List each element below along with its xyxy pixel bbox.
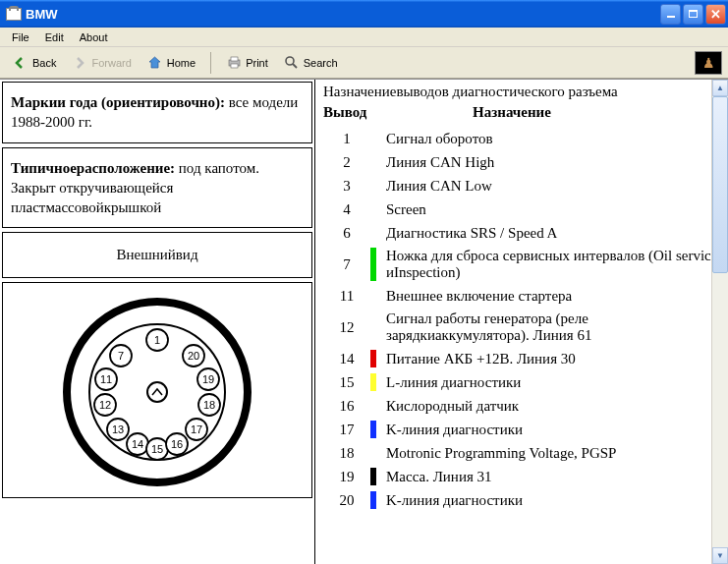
forward-label: Forward <box>91 57 131 69</box>
pinout-rows: 1Сигнал оборотов2Линия CAN High3Линия CA… <box>315 127 728 512</box>
forward-button: Forward <box>65 51 138 75</box>
titlebar: BMW ✕ <box>0 0 728 28</box>
location-box: Типичноерасположение: под капотом. Закры… <box>2 147 312 229</box>
minimize-button[interactable] <box>660 4 681 25</box>
location-label: Типичноерасположение: <box>11 160 175 176</box>
pinout-row: 14Питание АКБ +12В. Линия 30 <box>315 347 728 370</box>
svg-point-7 <box>147 382 167 402</box>
pin-description: K-линия диагностики <box>386 422 720 438</box>
pinout-header: Назначениевыводов диагностического разъе… <box>315 80 728 102</box>
pin-number: 19 <box>323 469 370 485</box>
connector-pin-label: 15 <box>151 443 163 455</box>
color-bar <box>370 310 376 344</box>
pinout-row: 20K-линия диагностики <box>315 488 728 512</box>
color-bar <box>370 397 376 415</box>
home-icon <box>147 55 163 71</box>
close-button[interactable]: ✕ <box>705 4 726 25</box>
pin-description: Линия CAN Low <box>386 178 720 195</box>
color-bar <box>370 287 376 305</box>
color-bar <box>370 421 376 438</box>
pin-number: 17 <box>323 422 370 438</box>
search-button[interactable]: Search <box>277 51 345 75</box>
pinout-row: 1Сигнал оборотов <box>315 127 728 150</box>
svg-line-4 <box>293 64 297 68</box>
app-icon <box>6 8 22 21</box>
left-pane: Маркии года (ориентировочно): все модели… <box>0 80 315 564</box>
pin-number: 1 <box>323 131 370 147</box>
pin-number: 3 <box>323 178 370 195</box>
pin-description: Питание АКБ +12В. Линия 30 <box>386 351 720 367</box>
back-button[interactable]: Back <box>6 51 63 75</box>
connector-pin-label: 1 <box>154 334 160 346</box>
printer-icon <box>226 55 242 71</box>
pin-number: 16 <box>323 398 370 415</box>
back-label: Back <box>32 57 56 69</box>
pin-description: Сигнал работы генератора (реле зарядкиак… <box>386 310 720 344</box>
menu-about[interactable]: About <box>72 29 116 45</box>
menu-file[interactable]: File <box>4 29 37 45</box>
back-arrow-icon <box>13 55 28 71</box>
pin-description: L-линия диагностики <box>386 374 720 391</box>
connector-pin-label: 7 <box>118 350 124 362</box>
connector-diagram: 1711121314151617181920 <box>2 282 312 498</box>
pin-number: 15 <box>323 374 370 391</box>
menubar: File Edit About <box>0 28 728 47</box>
pinout-row: 18Motronic Programming Voltage, PGSP <box>315 441 728 465</box>
pin-description: K-линия диагностики <box>386 492 720 509</box>
model-year-label: Маркии года (ориентировочно): <box>11 94 225 110</box>
connector-svg: 1711121314151617181920 <box>59 294 255 490</box>
color-bar <box>370 248 376 281</box>
scroll-down-icon[interactable]: ▼ <box>712 547 728 564</box>
toolbar: Back Forward Home Print Search ♟ <box>0 47 728 79</box>
color-bar <box>370 177 376 195</box>
appearance-header: Внешнийвид <box>2 232 312 278</box>
search-icon <box>284 55 300 71</box>
pinout-row: 12Сигнал работы генератора (реле зарядки… <box>315 308 728 347</box>
color-bar <box>370 224 376 242</box>
pinout-row: 2Линия CAN High <box>315 150 728 174</box>
connector-pin-label: 14 <box>132 438 143 450</box>
pin-description: Внешнее включение стартера <box>386 288 720 305</box>
color-bar <box>370 153 376 171</box>
forward-arrow-icon <box>72 55 87 71</box>
pinout-row: 16Кислородный датчик <box>315 394 728 418</box>
color-bar <box>370 200 376 218</box>
svg-rect-2 <box>231 64 238 68</box>
pin-description: Screen <box>386 201 720 218</box>
column-headers: Вывод Назначение <box>315 102 728 127</box>
pinout-row: 4Screen <box>315 197 728 221</box>
pinout-row: 19Масса. Линия 31 <box>315 465 728 488</box>
model-year-box: Маркии года (ориентировочно): все модели… <box>2 82 312 143</box>
home-button[interactable]: Home <box>140 51 202 75</box>
svg-point-3 <box>286 57 294 65</box>
svg-rect-1 <box>231 57 238 61</box>
pin-number: 11 <box>323 288 370 305</box>
scrollbar[interactable]: ▲ ▼ <box>711 80 728 564</box>
pin-number: 4 <box>323 201 370 218</box>
menu-edit[interactable]: Edit <box>37 29 72 45</box>
pin-number: 20 <box>323 492 370 509</box>
pin-number: 12 <box>323 319 370 336</box>
connector-pin-label: 11 <box>100 373 112 385</box>
maximize-button[interactable] <box>683 4 703 25</box>
pin-description: Motronic Programming Voltage, PGSP <box>386 445 720 462</box>
pin-number: 6 <box>323 225 370 242</box>
connector-pin-label: 13 <box>112 423 124 435</box>
window-controls: ✕ <box>660 4 726 25</box>
pin-number: 2 <box>323 154 370 171</box>
color-bar <box>370 444 376 462</box>
pinout-row: 7Ножка для сброса сервисных интервалов (… <box>315 245 728 284</box>
app-logo-icon: ♟ <box>695 51 722 75</box>
color-bar <box>370 373 376 391</box>
print-button[interactable]: Print <box>219 51 275 75</box>
pin-number: 7 <box>323 256 370 273</box>
pin-description: Кислородный датчик <box>386 398 720 415</box>
appearance-label: Внешнийвид <box>116 247 197 262</box>
scroll-up-icon[interactable]: ▲ <box>712 80 728 96</box>
home-label: Home <box>167 57 196 69</box>
scroll-thumb[interactable] <box>712 96 728 273</box>
col-pin: Вывод <box>323 104 382 121</box>
color-bar <box>370 468 376 485</box>
pin-description: Ножка для сброса сервисных интервалов (O… <box>386 248 720 281</box>
pin-description: Сигнал оборотов <box>386 131 720 147</box>
